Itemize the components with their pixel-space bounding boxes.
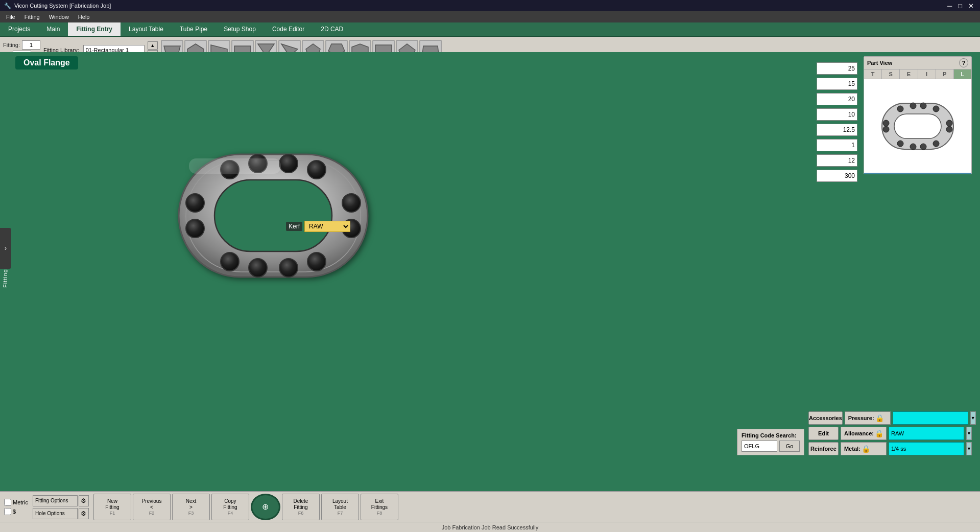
dim-7[interactable] [817, 154, 857, 167]
metric-checkbox[interactable] [4, 499, 11, 506]
edit-row: Edit Allowance: 🔒 ▼ [808, 427, 972, 440]
svg-point-22 [897, 141, 903, 147]
tab-code-editor[interactable]: Code Editor [264, 22, 313, 36]
minimize-button[interactable]: ─ [945, 2, 954, 10]
delete-fitting-button[interactable]: Delete Fitting F6 [282, 494, 320, 520]
tab-projects[interactable]: Projects [0, 22, 38, 36]
dim-8[interactable] [817, 170, 857, 182]
svg-rect-17 [894, 114, 941, 138]
restore-button[interactable]: □ [956, 2, 964, 10]
delete-fitting-key: F6 [298, 511, 304, 516]
hole-options-gear[interactable]: ⚙ [79, 508, 89, 519]
dollar-label: $ [13, 508, 16, 515]
dollar-checkbox[interactable] [4, 508, 11, 515]
tab-main[interactable]: Main [38, 22, 68, 36]
calc-fitting-button[interactable]: ⊕ [251, 494, 280, 520]
svg-point-27 [883, 126, 889, 132]
svg-point-12 [186, 219, 204, 238]
svg-point-8 [249, 259, 267, 277]
svg-point-29 [946, 126, 952, 132]
part-view-tab-l[interactable]: L [954, 70, 971, 79]
menu-file[interactable]: File [2, 13, 19, 21]
part-view-help-button[interactable]: ? [959, 58, 968, 67]
pressure-input[interactable] [893, 411, 968, 425]
tab-fitting-entry[interactable]: Fitting Entry [68, 22, 121, 36]
dim-5[interactable] [817, 124, 857, 136]
pressure-label-container: Pressure: 🔒 [845, 411, 891, 425]
dim-2[interactable] [817, 78, 857, 90]
part-view-header: Part View ? [864, 57, 971, 70]
part-view-tab-t[interactable]: T [864, 70, 882, 79]
kerf-select[interactable]: RAW 0.050 0.100 0.125 [304, 221, 350, 232]
part-view-body [864, 79, 971, 174]
svg-point-21 [933, 106, 939, 112]
tab-tube-pipe[interactable]: Tube Pipe [172, 22, 216, 36]
metal-label-container: Metal: 🔒 [841, 442, 887, 455]
part-view-title: Part View [867, 60, 892, 66]
fitting-number-input[interactable] [22, 40, 40, 50]
calc-icon: ⊕ [262, 503, 269, 511]
action-buttons: New Fitting F1 Previous < F2 Next > F3 C… [93, 494, 398, 520]
dim-6[interactable] [817, 139, 857, 151]
allowance-dropdown-arrow[interactable]: ▼ [966, 427, 972, 440]
hole-options-button[interactable]: Hole Options [33, 508, 78, 519]
part-view-tab-p[interactable]: P [936, 70, 954, 79]
sidebar-toggle[interactable]: › [0, 228, 11, 269]
accessories-button[interactable]: Accessories [808, 411, 843, 425]
layout-table-key: F7 [338, 511, 343, 516]
part-view-panel: Part View ? T S E I P L [864, 56, 972, 174]
title-bar-controls: ─ □ ✕ [945, 2, 976, 10]
copy-fitting-button[interactable]: Copy Fitting F4 [211, 494, 249, 520]
dim-1[interactable] [817, 62, 857, 75]
svg-point-24 [920, 144, 926, 150]
window-title: Vicon Cutting System [Fabrication Job] [14, 3, 111, 9]
metric-row: Metric [4, 499, 28, 506]
dim-4[interactable] [817, 108, 857, 121]
metal-dropdown-arrow[interactable]: ▼ [966, 442, 972, 455]
reinforce-row: Reinforce Metal: 🔒 ▼ [808, 442, 972, 455]
tab-2d-cad[interactable]: 2D CAD [313, 22, 351, 36]
allowance-lock-icon: 🔒 [875, 429, 883, 437]
fitting-options-gear[interactable]: ⚙ [79, 495, 89, 506]
previous-key: F2 [149, 511, 155, 516]
menu-help[interactable]: Help [74, 13, 94, 21]
status-message: Job Fabrication Job Read Successfully [442, 524, 539, 530]
fitting-options-button[interactable]: Fitting Options [33, 495, 78, 506]
previous-label2: < [150, 504, 153, 510]
close-button[interactable]: ✕ [966, 2, 976, 10]
svg-point-7 [221, 252, 239, 271]
kerf-label: Kerf [286, 222, 302, 231]
fitting-code-go-button[interactable]: Go [779, 441, 800, 452]
new-fitting-button[interactable]: New Fitting F1 [93, 494, 131, 520]
layout-table-button[interactable]: Layout Table F7 [321, 494, 359, 520]
next-button[interactable]: Next > F3 [172, 494, 210, 520]
nav-up-button[interactable]: ▲ [148, 41, 158, 50]
svg-point-18 [897, 106, 903, 112]
part-view-tab-s[interactable]: S [882, 70, 900, 79]
part-view-tab-e[interactable]: E [900, 70, 918, 79]
tab-layout-table[interactable]: Layout Table [121, 22, 172, 36]
allowance-label-container: Allowance: 🔒 [841, 427, 887, 440]
pressure-dropdown-arrow[interactable]: ▼ [970, 411, 976, 425]
menu-bar: File Fitting Window Help [0, 11, 980, 22]
metal-label: Metal: [844, 446, 861, 452]
svg-point-25 [933, 141, 939, 147]
menu-window[interactable]: Window [45, 13, 73, 21]
part-view-tab-i[interactable]: I [918, 70, 936, 79]
tab-setup-shop[interactable]: Setup Shop [216, 22, 264, 36]
part-view-tabs: T S E I P L [864, 70, 971, 79]
pressure-label: Pressure: [848, 415, 874, 421]
exit-fittings-button[interactable]: Exit Fittings F8 [361, 494, 398, 520]
previous-button[interactable]: Previous < F2 [133, 494, 171, 520]
fitting-code-input[interactable] [742, 441, 777, 452]
reinforce-button[interactable]: Reinforce [808, 442, 839, 455]
menu-fitting[interactable]: Fitting [20, 13, 44, 21]
allowance-input[interactable] [889, 427, 964, 440]
nav-tabs: Projects Main Fitting Entry Layout Table… [0, 22, 980, 37]
edit-button[interactable]: Edit [808, 427, 839, 440]
dim-3[interactable] [817, 93, 857, 105]
fitting-options-row: Fitting Options ⚙ [33, 495, 89, 506]
metal-input[interactable] [889, 442, 964, 455]
pressure-lock-icon: 🔒 [875, 414, 884, 422]
svg-point-6 [307, 160, 326, 179]
